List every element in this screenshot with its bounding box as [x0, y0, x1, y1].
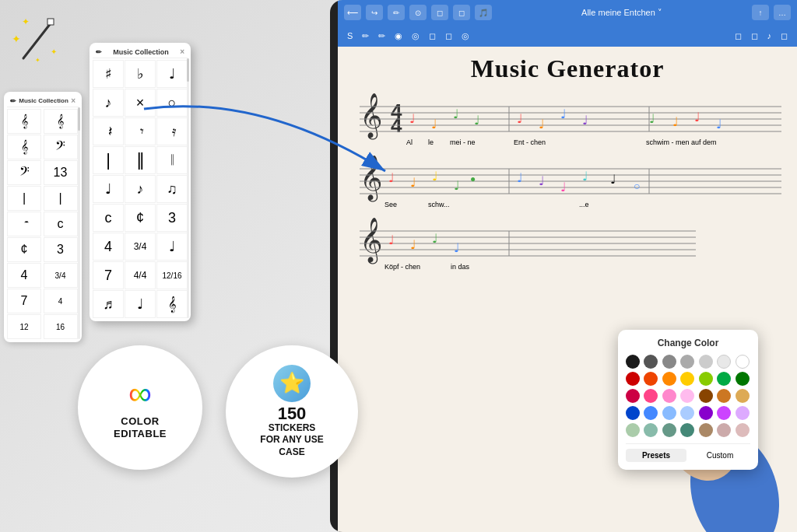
color-swatch[interactable] [736, 423, 750, 437]
color-swatch[interactable] [626, 355, 640, 369]
list-item[interactable]: 𝄞 [7, 135, 41, 159]
list-item[interactable]: ♩ [93, 175, 124, 203]
list-item[interactable]: 4 [44, 289, 78, 313]
list-item[interactable]: | [93, 146, 124, 174]
color-swatch[interactable] [626, 389, 640, 403]
color-swatch[interactable] [736, 355, 750, 369]
color-swatch[interactable] [699, 355, 713, 369]
list-item[interactable]: 3 [156, 204, 188, 232]
large-panel-close[interactable]: × [180, 47, 184, 56]
color-swatch[interactable] [644, 372, 658, 386]
list-item[interactable]: 3 [44, 237, 78, 262]
list-item[interactable]: 3/4 [125, 233, 156, 261]
color-swatch[interactable] [662, 355, 676, 369]
list-item[interactable]: 16 [44, 314, 78, 339]
list-item[interactable]: c [44, 212, 78, 236]
tool-button[interactable]: ✏ [388, 5, 405, 20]
list-item[interactable]: ♫ [156, 175, 188, 203]
toolbar-icon[interactable]: ♪ [764, 30, 775, 42]
toolbar-icon[interactable]: ✏ [359, 30, 372, 43]
color-swatch[interactable] [662, 389, 676, 403]
list-item[interactable]: c [93, 204, 124, 232]
custom-tab[interactable]: Custom [690, 449, 750, 462]
color-swatch[interactable] [662, 372, 676, 386]
list-item[interactable]: 7 [7, 289, 41, 313]
color-swatch[interactable] [662, 406, 676, 420]
toolbar-icon[interactable]: ◎ [409, 30, 423, 43]
list-item[interactable]: 𝄞 [156, 290, 188, 318]
toolbar-icon[interactable]: ◎ [458, 30, 472, 43]
list-item[interactable]: ♭ [125, 60, 156, 88]
list-item[interactable]: 𝄿 [156, 117, 188, 145]
color-swatch[interactable] [626, 423, 640, 437]
color-swatch[interactable] [626, 372, 640, 386]
list-item[interactable]: 4 [93, 233, 124, 261]
list-item[interactable]: ‖ [125, 146, 156, 174]
list-item[interactable]: 𝄼 [7, 212, 41, 236]
color-swatch[interactable] [717, 355, 731, 369]
toolbar-icon[interactable]: ◻ [442, 30, 455, 43]
tool-button[interactable]: ◻ [453, 5, 470, 20]
tool-button[interactable]: 🎵 [475, 5, 492, 20]
toolbar-icon[interactable]: ◻ [778, 30, 791, 43]
list-item[interactable]: 𝄢 [44, 135, 78, 159]
color-swatch[interactable] [680, 406, 694, 420]
color-swatch[interactable] [699, 389, 713, 403]
list-item[interactable]: × [125, 89, 156, 117]
color-swatch[interactable] [717, 406, 731, 420]
list-item[interactable]: 𝄽 [93, 117, 124, 145]
list-item[interactable]: 𝄢 [7, 160, 41, 185]
list-item[interactable]: | [44, 186, 78, 211]
toolbar-icon[interactable]: ◻ [732, 30, 745, 43]
color-swatch[interactable] [717, 423, 731, 437]
back-button[interactable]: ⟵ [344, 5, 361, 20]
color-swatch[interactable] [680, 372, 694, 386]
color-swatch[interactable] [644, 406, 658, 420]
list-item[interactable]: 13 [44, 160, 78, 185]
color-swatch[interactable] [680, 389, 694, 403]
list-item[interactable]: 12 [7, 314, 41, 339]
toolbar-icon[interactable]: ◻ [748, 30, 761, 43]
list-item[interactable]: ♪ [93, 89, 124, 117]
toolbar-icon[interactable]: ✏ [375, 30, 388, 43]
color-swatch[interactable] [644, 389, 658, 403]
list-item[interactable]: 𝄞 [7, 109, 41, 134]
share-button[interactable]: ↑ [752, 5, 769, 20]
color-swatch[interactable] [699, 372, 713, 386]
list-item[interactable]: 3/4 [44, 263, 78, 288]
list-item[interactable]: ¢ [125, 204, 156, 232]
list-item[interactable]: | [7, 186, 41, 211]
list-item[interactable]: ♩ [156, 60, 188, 88]
toolbar-icon[interactable]: ◻ [426, 30, 439, 43]
list-item[interactable]: ♩ [125, 290, 156, 318]
color-swatch[interactable] [662, 423, 676, 437]
tool-button[interactable]: ⊙ [409, 5, 427, 20]
color-swatch[interactable] [717, 372, 731, 386]
color-swatch[interactable] [699, 406, 713, 420]
color-swatch[interactable] [644, 423, 658, 437]
color-swatch[interactable] [626, 406, 640, 420]
color-swatch[interactable] [680, 423, 694, 437]
list-item[interactable]: 𝄞 [44, 109, 78, 134]
toolbar-icon[interactable]: ◉ [391, 30, 406, 43]
color-swatch[interactable] [736, 389, 750, 403]
color-swatch[interactable] [699, 423, 713, 437]
list-item[interactable]: ○ [156, 89, 188, 117]
list-item[interactable]: 𝄁 [156, 146, 188, 174]
tool-button[interactable]: ◻ [431, 5, 448, 20]
list-item[interactable]: 4 [7, 263, 41, 288]
color-swatch[interactable] [644, 355, 658, 369]
color-swatch[interactable] [736, 372, 750, 386]
toolbar-icon[interactable]: S [344, 30, 356, 42]
small-panel-close[interactable]: × [71, 96, 75, 105]
list-item[interactable]: 4/4 [125, 261, 156, 289]
list-item[interactable]: ♬ [93, 290, 124, 318]
more-button[interactable]: … [774, 5, 791, 20]
forward-button[interactable]: ↪ [366, 5, 383, 20]
color-swatch[interactable] [680, 355, 694, 369]
list-item[interactable]: ♪ [125, 175, 156, 203]
color-swatch[interactable] [736, 406, 750, 420]
list-item[interactable]: 7 [93, 261, 124, 289]
list-item[interactable]: 12/16 [156, 261, 188, 289]
color-swatch[interactable] [717, 389, 731, 403]
